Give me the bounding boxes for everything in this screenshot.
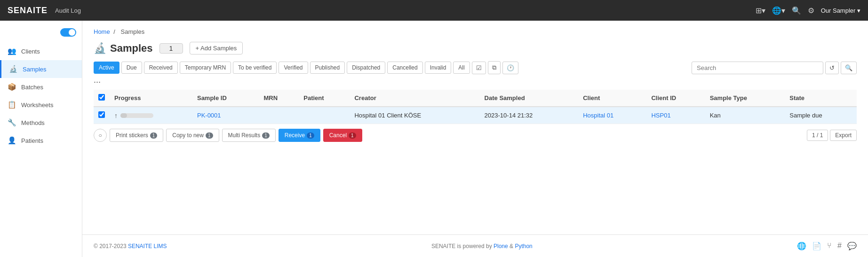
row-checkbox-cell [94, 107, 110, 124]
sample-id-link[interactable]: PK-0001 [197, 112, 221, 119]
footer-and: & [510, 243, 515, 249]
globe-icon[interactable]: 🌐▾ [772, 6, 785, 15]
footer-brand-link[interactable]: SENAITE LIMS [128, 243, 167, 249]
breadcrumb-home[interactable]: Home [94, 28, 110, 35]
multi-results-label: Multi Results [228, 132, 261, 139]
sidebar-toggle [0, 26, 82, 42]
search-input[interactable] [692, 62, 823, 74]
footer-fork-icon[interactable]: ⑂ [827, 241, 832, 250]
sort-arrow-icon: ↑ [114, 112, 118, 119]
main-layout: 👥 Clients 🔬 Samples 📦 Batches 📋 Workshee… [0, 21, 868, 257]
progress-bar-fill [120, 113, 127, 118]
receive-button[interactable]: Receive 1 [279, 129, 320, 142]
client-link[interactable]: Hospital 01 [583, 112, 613, 119]
footer-hash-icon[interactable]: # [837, 241, 842, 250]
footer: © 2017-2023 SENAITE LIMS SENAITE is powe… [82, 234, 868, 257]
clock-icon[interactable]: 🕐 [502, 62, 518, 74]
copy-to-new-badge: 1 [206, 132, 213, 139]
column-config-icon[interactable]: ☑ [472, 62, 486, 74]
search-reset-button[interactable]: ↺ [825, 62, 839, 74]
col-client-id: Client ID [646, 90, 705, 107]
footer-globe-icon[interactable]: 🌐 [797, 241, 806, 250]
filter-cancelled[interactable]: Cancelled [387, 62, 422, 74]
breadcrumb-separator: / [113, 28, 115, 35]
sidebar-label-samples: Samples [23, 66, 47, 73]
row-checkbox[interactable] [98, 111, 105, 118]
topnav-left: SENAITE Audit Log [8, 6, 81, 16]
copy-to-new-button[interactable]: Copy to new 1 [166, 129, 219, 142]
row-client-cell: Hospital 01 [578, 107, 646, 124]
search-go-button[interactable]: 🔍 [841, 62, 857, 74]
user-menu[interactable]: Our Sampler ▾ [821, 7, 860, 14]
col-sample-type: Sample Type [705, 90, 785, 107]
topnav: SENAITE Audit Log ⊞▾ 🌐▾ 🔍 ⚙ Our Sampler … [0, 0, 868, 21]
filter-published[interactable]: Published [310, 62, 345, 74]
add-samples-button[interactable]: + Add Samples [190, 42, 243, 55]
select-all-header [94, 90, 110, 107]
samples-table-container: Progress Sample ID MRN Patient Creator D… [94, 90, 857, 124]
row-date-sampled-cell: 2023-10-14 21:32 [480, 107, 579, 124]
sidebar-label-batches: Batches [21, 84, 43, 91]
main-content: Home / Samples 🔬 Samples + Add Samples A… [82, 21, 868, 234]
receive-label: Receive [285, 132, 305, 139]
search-area: ↺ 🔍 [692, 62, 857, 74]
row-sample-id-cell: PK-0001 [192, 107, 259, 124]
page-title-icon: 🔬 [94, 42, 106, 55]
sidebar-item-clients[interactable]: 👥 Clients [0, 42, 82, 60]
page-header: 🔬 Samples + Add Samples [94, 42, 857, 55]
multi-results-button[interactable]: Multi Results 1 [222, 129, 276, 142]
samples-icon: 🔬 [9, 65, 18, 73]
brand-logo: SENAITE [8, 6, 48, 16]
footer-copyright: © 2017-2023 [94, 243, 127, 249]
footer-right: 🌐 📄 ⑂ # 💬 [797, 241, 857, 250]
cancel-label: Cancel [329, 132, 347, 139]
footer-plone-link[interactable]: Plone [494, 243, 508, 249]
row-patient-cell [299, 107, 350, 124]
sidebar-item-worksheets[interactable]: 📋 Worksheets [0, 96, 82, 114]
select-all-checkbox[interactable] [98, 94, 105, 101]
print-stickers-badge: 1 [150, 132, 158, 139]
methods-icon: 🔧 [8, 118, 16, 127]
sidebar-item-batches[interactable]: 📦 Batches [0, 78, 82, 96]
sidebar-toggle-button[interactable] [60, 28, 76, 37]
filter-to-be-verified[interactable]: To be verified [233, 62, 277, 74]
sidebar-item-samples[interactable]: 🔬 Samples [0, 60, 82, 78]
circle-action-button[interactable]: ○ [94, 129, 107, 142]
audit-log-link[interactable]: Audit Log [55, 7, 81, 14]
sidebar-item-patients[interactable]: 👤 Patients [0, 132, 82, 149]
count-badge[interactable] [159, 43, 183, 54]
grid-icon[interactable]: ⊞▾ [756, 6, 765, 15]
client-id-link[interactable]: HSP01 [651, 112, 670, 119]
page-info: 1 / 1 [807, 130, 828, 141]
more-options[interactable]: ··· [94, 77, 857, 87]
breadcrumb: Home / Samples [94, 28, 857, 35]
batches-icon: 📦 [8, 83, 16, 91]
filter-received[interactable]: Received [144, 62, 178, 74]
export-button[interactable]: Export [830, 130, 857, 141]
print-stickers-button[interactable]: Print stickers 1 [110, 129, 163, 142]
footer-doc-icon[interactable]: 📄 [812, 241, 821, 250]
cancel-button[interactable]: Cancel 1 [323, 129, 362, 142]
filter-all[interactable]: All [453, 62, 470, 74]
row-sample-type-cell: Kan [705, 107, 785, 124]
sidebar-label-worksheets: Worksheets [21, 101, 53, 109]
filter-verified[interactable]: Verified [279, 62, 308, 74]
cancel-badge: 1 [349, 132, 356, 139]
footer-python-link[interactable]: Python [515, 243, 532, 249]
filter-dispatched[interactable]: Dispatched [347, 62, 385, 74]
col-client: Client [578, 90, 646, 107]
col-patient: Patient [299, 90, 350, 107]
filter-invalid[interactable]: Invalid [425, 62, 452, 74]
sidebar-item-methods[interactable]: 🔧 Methods [0, 114, 82, 132]
search-icon[interactable]: 🔍 [792, 6, 801, 15]
page-title-text: Samples [110, 42, 153, 55]
patients-icon: 👤 [8, 136, 16, 145]
filter-due[interactable]: Due [121, 62, 142, 74]
filter-temporary-mrn[interactable]: Temporary MRN [180, 62, 231, 74]
col-sample-id: Sample ID [192, 90, 259, 107]
gear-icon[interactable]: ⚙ [808, 6, 814, 15]
copy-icon[interactable]: ⧉ [488, 61, 501, 74]
progress-bar [120, 113, 153, 118]
filter-active[interactable]: Active [94, 62, 119, 74]
footer-chat-icon[interactable]: 💬 [847, 241, 857, 250]
